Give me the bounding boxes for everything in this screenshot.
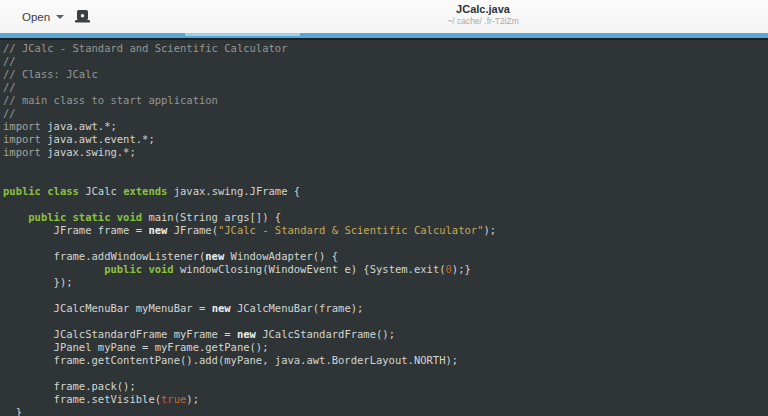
code-token: new	[205, 250, 224, 262]
code-line: frame.addWindowListener(new WindowAdapte…	[3, 250, 768, 263]
chevron-down-icon	[56, 15, 64, 19]
code-token: );	[186, 393, 199, 405]
progress-bar	[0, 33, 768, 38]
code-token: windowClosing(WindowEvent e) {System.exi…	[180, 263, 446, 275]
code-line	[3, 315, 768, 328]
code-token: java.awt.event.*;	[47, 133, 154, 145]
code-token	[3, 263, 104, 275]
code-line	[3, 159, 768, 172]
code-token: true	[161, 393, 186, 405]
code-editor[interactable]: // JCalc - Standard and Scientific Calcu…	[0, 40, 768, 416]
code-line: public static void main(String args[]) {	[3, 211, 768, 224]
code-line: public void windowClosing(WindowEvent e)…	[3, 263, 768, 276]
code-token: import	[3, 120, 47, 132]
code-token: main(String args[]) {	[148, 211, 281, 223]
code-token: JFrame(	[167, 224, 218, 236]
code-token: // main class to start application	[3, 94, 218, 106]
progress-bar-highlight	[185, 33, 300, 36]
document-title: JCalc.java	[447, 3, 519, 16]
code-token: JPanel myPane = myFrame.getPane();	[3, 341, 269, 353]
code-token: JCalc	[85, 185, 123, 197]
code-token: frame.pack();	[3, 380, 136, 392]
code-token: public class	[3, 185, 85, 197]
code-token: frame.getContentPane().add(myPane, java.…	[3, 354, 458, 366]
laptop-icon	[74, 9, 91, 24]
code-line	[3, 289, 768, 302]
code-token: });	[3, 276, 73, 288]
code-token: javax.swing.*;	[47, 146, 136, 158]
code-token: JFrame frame =	[3, 224, 148, 236]
laptop-icon-button[interactable]	[68, 5, 96, 28]
code-line: JPanel myPane = myFrame.getPane();	[3, 341, 768, 354]
code-line: frame.getContentPane().add(myPane, java.…	[3, 354, 768, 367]
code-token: new	[148, 224, 167, 236]
code-token: WindowAdapter() {	[224, 250, 338, 262]
code-line: import java.awt.event.*;	[3, 133, 768, 146]
code-line: frame.setVisible(true);	[3, 393, 768, 406]
code-token: );}	[452, 263, 471, 275]
code-token: //	[3, 107, 16, 119]
code-token: }	[3, 406, 22, 416]
code-token: JCalcStandardFrame();	[256, 328, 395, 340]
code-line	[3, 172, 768, 185]
code-token: //	[3, 81, 16, 93]
open-button-label: Open	[22, 11, 50, 23]
code-line: }	[3, 406, 768, 416]
code-token: frame.addWindowListener(	[3, 250, 205, 262]
code-token: // Class: JCalc	[3, 68, 98, 80]
code-token: JCalcStandardFrame myFrame =	[3, 328, 237, 340]
code-line: //	[3, 55, 768, 68]
code-line: import java.awt.*;	[3, 120, 768, 133]
code-token: extends	[123, 185, 167, 197]
code-line: public class JCalc extends javax.swing.J…	[3, 185, 768, 198]
code-token: import	[3, 146, 47, 158]
code-token: //	[3, 55, 16, 67]
code-token: );	[483, 224, 496, 236]
open-button[interactable]: Open	[14, 5, 72, 28]
code-line: //	[3, 107, 768, 120]
code-token: frame.setVisible(	[3, 393, 161, 405]
code-token: java.awt.*;	[47, 120, 117, 132]
editor-window: Open JCalc.java ~/ cache/ .fr-T2iZm // J…	[0, 0, 768, 416]
code-line: JCalcStandardFrame myFrame = new JCalcSt…	[3, 328, 768, 341]
code-token: javax.swing.JFrame {	[167, 185, 300, 197]
code-line: JCalcMenuBar myMenuBar = new JCalcMenuBa…	[3, 302, 768, 315]
code-line	[3, 198, 768, 211]
code-token: JCalcMenuBar myMenuBar =	[3, 302, 212, 314]
code-line: // main class to start application	[3, 94, 768, 107]
code-token: new	[237, 328, 256, 340]
window-title-block: JCalc.java ~/ cache/ .fr-T2iZm	[447, 3, 519, 26]
code-line: frame.pack();	[3, 380, 768, 393]
code-line: //	[3, 81, 768, 94]
code-token: public void	[104, 263, 180, 275]
code-token: new	[212, 302, 231, 314]
document-path: ~/ cache/ .fr-T2iZm	[447, 16, 519, 26]
code-line: import javax.swing.*;	[3, 146, 768, 159]
code-line	[3, 237, 768, 250]
code-token: "JCalc - Standard & Scientific Calculato…	[218, 224, 484, 236]
code-line: // JCalc - Standard and Scientific Calcu…	[3, 42, 768, 55]
code-token: JCalcMenuBar(frame);	[231, 302, 364, 314]
code-token: public static void	[28, 211, 148, 223]
code-line	[3, 367, 768, 380]
code-line: // Class: JCalc	[3, 68, 768, 81]
code-token	[3, 211, 28, 223]
code-token: import	[3, 133, 47, 145]
code-line: JFrame frame = new JFrame("JCalc - Stand…	[3, 224, 768, 237]
header-bar: Open JCalc.java ~/ cache/ .fr-T2iZm	[0, 0, 768, 33]
code-token: // JCalc - Standard and Scientific Calcu…	[3, 42, 287, 54]
code-line: });	[3, 276, 768, 289]
